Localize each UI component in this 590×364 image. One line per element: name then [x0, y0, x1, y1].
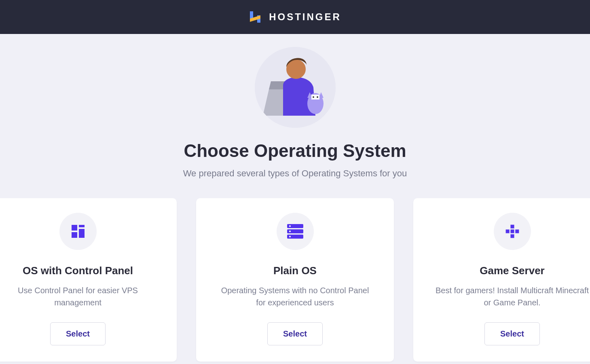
page-subtitle: We prepared several types of Operating S…	[183, 168, 407, 179]
option-description: Best for gamers! Install Multicraft Mine…	[434, 284, 590, 309]
svg-rect-17	[79, 229, 85, 238]
topbar: HOSTINGER	[0, 0, 590, 34]
server-icon	[277, 213, 314, 250]
svg-rect-13	[72, 225, 77, 231]
option-title: OS with Control Panel	[23, 265, 133, 277]
select-button-plain-os[interactable]: Select	[267, 322, 323, 345]
hostinger-logo-icon	[249, 11, 262, 23]
option-title: Game Server	[480, 265, 544, 277]
select-button-game-server[interactable]: Select	[484, 322, 540, 345]
brand-name: HOSTINGER	[269, 11, 341, 23]
option-card-game-server: Game Server Best for gamers! Install Mul…	[413, 198, 590, 362]
svg-point-11	[313, 96, 314, 98]
svg-rect-0	[250, 11, 253, 19]
svg-rect-25	[510, 234, 514, 238]
svg-rect-26	[505, 229, 509, 233]
gamepad-icon	[494, 213, 531, 250]
select-button-os-with-control-panel[interactable]: Select	[50, 322, 106, 345]
svg-point-22	[289, 231, 291, 232]
svg-rect-14	[79, 225, 85, 227]
option-title: Plain OS	[273, 265, 317, 277]
svg-rect-24	[510, 225, 514, 229]
hero: Choose Operating System We prepared seve…	[0, 34, 590, 198]
hero-illustration	[255, 47, 336, 128]
svg-point-23	[289, 236, 291, 237]
option-card-plain-os: Plain OS Operating Systems with no Contr…	[196, 198, 394, 362]
dashboard-icon	[59, 213, 97, 250]
page-title: Choose Operating System	[184, 141, 406, 161]
option-description: Operating Systems with no Control Panel …	[216, 284, 374, 309]
option-description: Use Control Panel for easier VPS managem…	[0, 284, 156, 309]
svg-point-21	[289, 225, 291, 227]
os-options-row: OS with Control Panel Use Control Panel …	[0, 198, 590, 364]
svg-rect-16	[72, 232, 77, 238]
svg-rect-27	[515, 229, 519, 233]
svg-rect-28	[510, 229, 514, 233]
option-card-os-with-control-panel: OS with Control Panel Use Control Panel …	[0, 198, 177, 362]
svg-point-12	[317, 96, 318, 98]
